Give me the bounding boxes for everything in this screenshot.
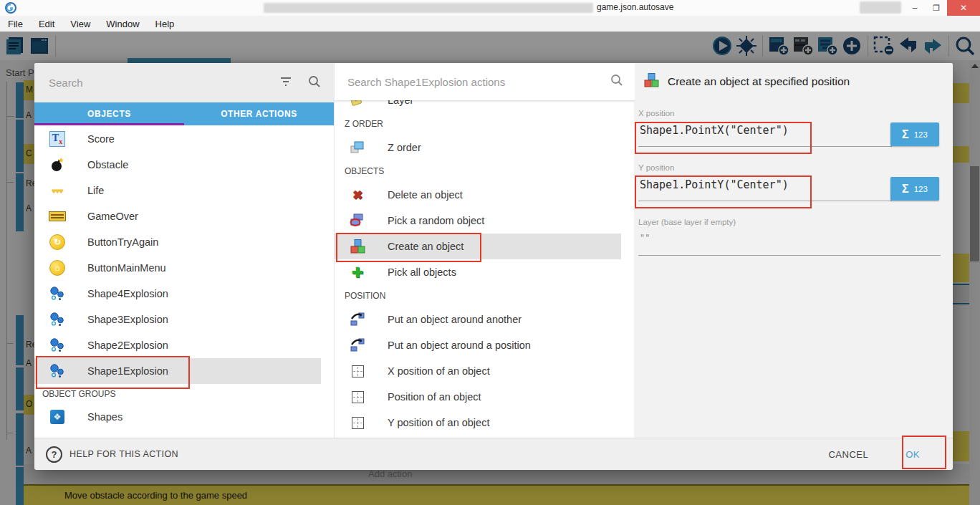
row-label: Shape4Explosion [87,288,168,299]
particles-icon [49,285,66,302]
row-label: Score [87,133,115,145]
menu-window[interactable]: Window [98,19,147,29]
field-label: X position [638,109,675,117]
action-search-bar [335,63,635,100]
position-icon [349,388,366,405]
action-group-header: Z ORDER [335,113,621,135]
row-label: ButtonMainMenu [87,262,166,274]
object-item-score[interactable]: TxScore [34,126,321,152]
particles-icon [49,362,66,380]
create-object-icon [643,72,659,91]
menu-edit[interactable]: Edit [31,19,62,29]
row-label: Create an object [388,241,463,252]
expression-builder-button[interactable]: Σ123 [890,122,939,146]
menu-help[interactable]: Help [148,19,183,29]
text-object-icon: Tx [49,130,66,148]
action-item-put-an-object-around-another[interactable]: Put an object around another [335,307,621,332]
sigma-icon: Σ [902,128,909,141]
position-icon [349,362,366,380]
menu-file[interactable]: File [0,19,31,29]
tab-objects[interactable]: OBJECTS [34,102,184,125]
menu-bar: FileEditViewWindowHelp [0,16,980,32]
action-item-z-order[interactable]: Z order [335,135,621,160]
search-icon [610,74,623,90]
object-groups-header: OBJECT GROUPS [34,384,321,404]
row-label: GameOver [87,211,138,222]
action-list: LayerZ ORDERZ orderOBJECTS✖Delete an obj… [335,87,621,436]
expression-button-label: 123 [914,185,928,193]
row-label: Pick all objects [388,266,456,278]
minimize-button[interactable]: – [904,0,926,16]
row-label: Delete an object [388,189,463,201]
retry-button-icon: ↻ [49,234,66,251]
filter-icon[interactable] [279,77,292,90]
object-list: TxScoreObstacle♥♥♥LifeGameOver↻ButtonTry… [34,126,321,438]
field-label: Layer (base layer if empty) [638,218,736,226]
pick-all-icon: ✚ [349,264,366,281]
gdevelop-logo-icon [4,1,17,14]
row-label: Pick a random object [388,215,484,226]
object-selector-pane: OBJECTSOTHER ACTIONS TxScoreObstacle♥♥♥L… [34,63,334,438]
action-selector-pane: LayerZ ORDERZ orderOBJECTS✖Delete an obj… [334,63,635,438]
restore-button[interactable]: ❐ [926,0,947,16]
action-title: Create an object at specified position [668,75,850,88]
object-search-bar [34,63,334,102]
around-icon [349,337,366,354]
around-icon [349,311,366,328]
title-bar: game.json.autosave – ❐ ✕ [0,0,980,16]
action-item-put-an-object-around-a-position[interactable]: Put an object around a position [335,332,621,358]
group-item-shapes[interactable]: ❖Shapes [34,404,321,430]
row-label: Y position of an object [388,417,489,428]
action-group-header: POSITION [335,285,621,307]
row-label: Shapes [87,411,123,423]
object-item-buttontryagain[interactable]: ↻ButtonTryAgain [34,229,321,255]
redacted-title-segment [860,1,901,14]
cancel-button[interactable]: CANCEL [817,443,880,466]
action-item-position-of-an-object[interactable]: Position of an object [335,384,621,410]
shapes-group-icon: ❖ [49,408,66,425]
action-parameters-pane: Create an object at specified position X… [634,63,953,438]
action-item-delete-an-object[interactable]: ✖Delete an object [335,182,621,208]
z-order-icon [349,139,366,156]
object-item-shape3explosion[interactable]: Shape3Explosion [34,307,321,332]
field-value-input[interactable] [638,123,878,138]
menu-view[interactable]: View [62,19,98,29]
row-label: X position of an object [388,365,490,377]
object-tabs: OBJECTSOTHER ACTIONS [34,102,334,125]
object-item-life[interactable]: ♥♥♥Life [34,178,321,203]
particles-icon [49,311,66,328]
expression-button-label: 123 [914,130,928,139]
object-item-gameover[interactable]: GameOver [34,203,321,229]
object-item-buttonmainmenu[interactable]: ⌂ButtonMainMenu [34,255,321,281]
particles-icon [49,337,66,354]
hearts-icon: ♥♥♥ [49,182,66,199]
action-item-pick-all-objects[interactable]: ✚Pick all objects [335,259,621,285]
action-item-x-position-of-an-object[interactable]: X position of an object [335,358,621,384]
action-item-create-an-object[interactable]: Create an object [335,234,621,259]
field-value-input[interactable] [638,232,878,244]
row-label: Put an object around another [388,314,522,325]
search-icon [308,75,321,91]
object-item-obstacle[interactable]: Obstacle [34,152,321,178]
delete-object-icon: ✖ [349,186,366,203]
dialog-footer: ? HELP FOR THIS ACTION CANCEL OK [34,438,953,470]
bomb-icon [49,156,66,173]
action-search-input[interactable] [346,75,610,89]
help-icon: ? [46,446,62,463]
ok-button[interactable]: OK [893,443,933,466]
object-item-shape4explosion[interactable]: Shape4Explosion [34,281,321,307]
sigma-icon: Σ [902,183,909,196]
tab-other-actions[interactable]: OTHER ACTIONS [184,102,334,125]
action-item-y-position-of-an-object[interactable]: Y position of an object [335,410,621,436]
gameover-icon [49,208,66,225]
row-label: Position of an object [388,391,481,403]
redacted-title-segment [264,3,593,13]
close-button[interactable]: ✕ [947,0,980,16]
object-search-input[interactable] [47,76,279,90]
object-item-shape1explosion[interactable]: Shape1Explosion [34,358,321,384]
field-value-input[interactable] [638,178,878,192]
action-item-pick-a-random-object[interactable]: Pick a random object [335,208,621,234]
object-item-shape2explosion[interactable]: Shape2Explosion [34,332,321,358]
help-button[interactable]: ? HELP FOR THIS ACTION [46,446,178,463]
expression-builder-button[interactable]: Σ123 [890,177,939,201]
